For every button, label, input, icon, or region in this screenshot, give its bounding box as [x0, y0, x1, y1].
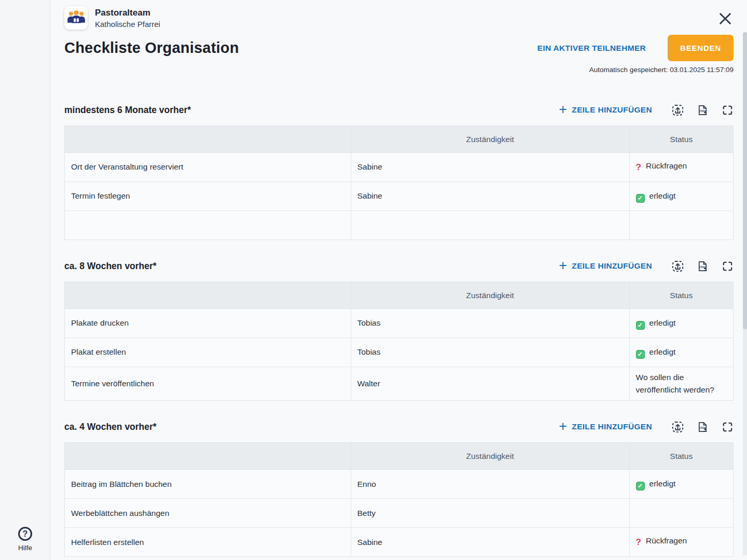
task-cell[interactable]: Beitrag im Blättchen buchen	[65, 470, 351, 499]
checklist-table: Zuständigkeit Status Ort der Veranstaltu…	[64, 125, 734, 240]
fullscreen-icon	[722, 421, 734, 433]
column-header-status: Status	[629, 282, 733, 309]
responsible-cell[interactable]: Tobias	[351, 338, 629, 367]
responsible-cell[interactable]: Enno	[351, 470, 629, 499]
upload-icon	[672, 104, 684, 116]
csv-download-icon: CSV	[697, 421, 709, 433]
add-row-button[interactable]: + ZEILE HINZUFÜGEN	[559, 105, 652, 115]
close-icon	[717, 10, 734, 27]
table-row: Beitrag im Blättchen buchen Enno erledig…	[65, 470, 734, 499]
column-header-task	[65, 443, 351, 470]
csv-download-icon: CSV	[697, 104, 709, 116]
responsible-cell[interactable]: Tobias	[351, 309, 629, 338]
upload-icon	[672, 260, 684, 272]
status-cell[interactable]: Rückfragen	[629, 528, 733, 557]
section-4-wochen: ca. 4 Wochen vorher* + ZEILE HINZUFÜGEN	[64, 416, 734, 557]
left-rail: ? Hilfe	[0, 0, 50, 560]
plus-icon: +	[559, 104, 567, 115]
task-cell[interactable]: Plakate drucken	[65, 309, 351, 338]
status-cell[interactable]: erledigt	[629, 182, 733, 211]
column-header-task	[65, 126, 351, 153]
section-8-wochen: ca. 8 Wochen vorher* + ZEILE HINZUFÜGEN	[64, 256, 734, 401]
status-cell[interactable]	[629, 499, 733, 528]
close-button[interactable]	[717, 10, 734, 27]
fullscreen-icon	[722, 104, 734, 116]
add-row-button[interactable]: + ZEILE HINZUFÜGEN	[559, 422, 652, 431]
status-icon	[636, 194, 645, 203]
status-icon	[636, 482, 645, 491]
checklist-table: Zuständigkeit Status Beitrag im Blättche…	[64, 442, 734, 557]
team-brand: Pastoralteam Katholische Pfarrei	[64, 6, 160, 30]
status-icon	[636, 321, 645, 330]
table-row: Plakate drucken Tobias erledigt	[65, 309, 734, 338]
autosave-status: Automatisch gespeichert: 03.01.2025 11:5…	[64, 66, 734, 74]
panel-header: Pastoralteam Katholische Pfarrei	[64, 0, 734, 30]
help-icon: ?	[18, 527, 32, 541]
table-row: Ort der Veranstaltung reserviert Sabine …	[65, 153, 734, 182]
responsible-cell[interactable]	[351, 211, 629, 240]
section-6-monate: mindestens 6 Monate vorher* + ZEILE HINZ…	[64, 100, 734, 240]
status-cell[interactable]: Rückfragen	[629, 153, 733, 182]
task-cell[interactable]: Termin festlegen	[65, 182, 351, 211]
add-row-button[interactable]: + ZEILE HINZUFÜGEN	[559, 261, 652, 271]
fullscreen-button[interactable]	[722, 104, 734, 116]
status-icon	[636, 161, 641, 174]
help-button[interactable]: ? Hilfe	[0, 527, 50, 552]
task-cell[interactable]: Ort der Veranstaltung reserviert	[65, 153, 351, 182]
plus-icon: +	[559, 421, 567, 431]
task-cell[interactable]: Werbeblättchen aushängen	[65, 499, 351, 528]
section-heading: ca. 4 Wochen vorher*	[64, 422, 157, 432]
status-cell[interactable]	[629, 211, 733, 240]
responsible-cell[interactable]: Betty	[351, 499, 629, 528]
column-header-responsible: Zuständigkeit	[351, 443, 629, 470]
fullscreen-button[interactable]	[722, 260, 734, 272]
checklist-table: Zuständigkeit Status Plakate drucken Tob…	[64, 282, 734, 401]
responsible-cell[interactable]: Sabine	[351, 182, 629, 211]
column-header-status: Status	[629, 443, 733, 470]
section-heading: ca. 8 Wochen vorher*	[64, 261, 157, 272]
page-title: Checkliste Organisation	[64, 39, 239, 57]
responsible-cell[interactable]: Sabine	[351, 528, 629, 557]
column-header-task	[65, 282, 351, 309]
responsible-cell[interactable]: Walter	[351, 367, 629, 401]
svg-text:CSV: CSV	[699, 109, 704, 112]
status-icon	[636, 350, 645, 359]
finish-button[interactable]: BEENDEN	[668, 35, 734, 61]
table-row: Werbeblättchen aushängen Betty	[65, 499, 734, 528]
status-cell[interactable]: erledigt	[629, 338, 733, 367]
upload-icon	[672, 421, 684, 433]
team-name: Pastoralteam	[95, 6, 160, 18]
status-cell[interactable]: erledigt	[629, 470, 733, 499]
active-participants-link[interactable]: EIN AKTIVER TEILNEHMER	[537, 44, 646, 53]
task-cell[interactable]: Termine veröffentlichen	[65, 367, 351, 401]
responsible-cell[interactable]: Sabine	[351, 153, 629, 182]
task-cell[interactable]: Helferlisten erstellen	[65, 528, 351, 557]
table-row: Termin festlegen Sabine erledigt	[65, 182, 734, 211]
people-book-icon	[66, 8, 87, 29]
team-subtitle: Katholische Pfarrei	[95, 20, 160, 29]
team-text: Pastoralteam Katholische Pfarrei	[95, 6, 160, 30]
task-cell[interactable]	[65, 211, 351, 240]
status-cell[interactable]: Wo sollen die veröffentlicht werden?	[629, 367, 733, 401]
team-logo	[64, 6, 88, 30]
export-csv-button[interactable]: CSV	[697, 260, 709, 272]
status-icon	[636, 536, 641, 549]
help-label: Hilfe	[18, 544, 32, 552]
import-button[interactable]	[672, 421, 684, 433]
export-csv-button[interactable]: CSV	[697, 104, 709, 116]
fullscreen-icon	[722, 260, 734, 272]
scrollbar-thumb[interactable]	[743, 32, 747, 329]
table-row: Plakat erstellen Tobias erledigt	[65, 338, 734, 367]
csv-download-icon: CSV	[697, 260, 709, 272]
fullscreen-button[interactable]	[722, 421, 734, 433]
svg-text:CSV: CSV	[699, 426, 704, 429]
export-csv-button[interactable]: CSV	[697, 421, 709, 433]
column-header-responsible: Zuständigkeit	[351, 282, 629, 309]
task-cell[interactable]: Plakat erstellen	[65, 338, 351, 367]
status-cell[interactable]: erledigt	[629, 309, 733, 338]
import-button[interactable]	[672, 260, 684, 272]
import-button[interactable]	[672, 104, 684, 116]
title-row: Checkliste Organisation EIN AKTIVER TEIL…	[64, 35, 734, 61]
plus-icon: +	[559, 260, 567, 271]
table-row	[65, 211, 734, 240]
